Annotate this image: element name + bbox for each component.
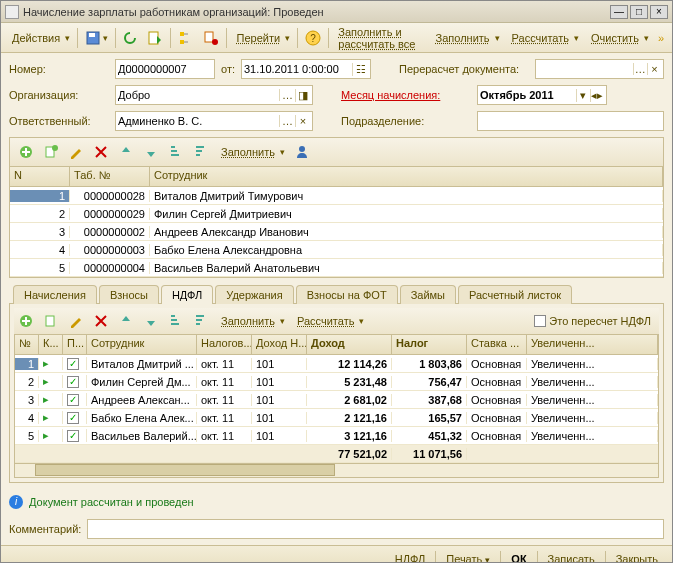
table-row[interactable]: 4 ▸ ✓ Бабко Елена Алек... окт. 11 101 2 … <box>15 409 658 427</box>
table-row[interactable]: 20000000029Филин Сергей Дмитриевич <box>10 205 663 223</box>
org-field[interactable]: …◨ <box>115 85 313 105</box>
tab-0[interactable]: Начисления <box>13 285 97 304</box>
tab-2[interactable]: НДФЛ <box>161 285 213 304</box>
ndfl-button[interactable]: НДФЛ <box>389 551 431 564</box>
calendar-icon[interactable]: ☷ <box>352 63 368 76</box>
goto-menu[interactable]: Перейти▾ <box>230 27 295 49</box>
save-icon[interactable]: ▾ <box>81 27 112 49</box>
comment-row: Комментарий: <box>1 515 672 545</box>
comment-label: Комментарий: <box>9 523 81 535</box>
recalc-field[interactable]: …× <box>535 59 664 79</box>
col-tax[interactable]: Налогов... <box>197 335 252 354</box>
calc-menu[interactable]: Рассчитать▾ <box>290 310 368 332</box>
recalc-checkbox[interactable]: Это пересчет НДФЛ <box>534 315 659 327</box>
date-field[interactable]: ☷ <box>241 59 371 79</box>
table-row[interactable]: 50000000004Васильев Валерий Анатольевич <box>10 259 663 277</box>
select-icon[interactable]: … <box>279 115 294 127</box>
table-row[interactable]: 3 ▸ ✓ Андреев Алексан... окт. 11 101 2 6… <box>15 391 658 409</box>
ok-button[interactable]: ОК <box>505 551 532 564</box>
actions-menu[interactable]: Действия▾ <box>5 27 74 49</box>
help-icon[interactable]: ? <box>301 27 325 49</box>
add-icon[interactable] <box>14 310 38 332</box>
tab-3[interactable]: Удержания <box>215 285 293 304</box>
select-icon[interactable]: … <box>633 63 647 75</box>
month-field[interactable]: ▾◂▸ <box>477 85 607 105</box>
table-row[interactable]: 1 ▸ ✓ Виталов Дмитрий ... окт. 11 101 12… <box>15 355 658 373</box>
clear-icon[interactable]: × <box>295 115 310 127</box>
sort-desc-icon[interactable] <box>189 141 213 163</box>
fill-menu[interactable]: Заполнить▾ <box>214 310 289 332</box>
col-income[interactable]: Доход <box>307 335 392 354</box>
employees-toolbar: Заполнить▾ <box>9 137 664 166</box>
down-icon[interactable] <box>139 310 163 332</box>
status-text: Документ рассчитан и проведен <box>29 496 194 508</box>
col-p[interactable]: П... <box>63 335 87 354</box>
spinner-icon[interactable]: ◂▸ <box>590 89 604 102</box>
col-ntax[interactable]: Налог <box>392 335 467 354</box>
tab-4[interactable]: Взносы на ФОТ <box>296 285 398 304</box>
close-button[interactable]: × <box>650 5 668 19</box>
delete-icon[interactable] <box>89 141 113 163</box>
up-icon[interactable] <box>114 141 138 163</box>
titlebar: Начисление зарплаты работникам организац… <box>1 1 672 23</box>
person-icon[interactable] <box>290 141 314 163</box>
employees-grid[interactable]: N Таб. № Сотрудник 10000000028Виталов Дм… <box>9 166 664 278</box>
col-tab[interactable]: Таб. № <box>70 167 150 186</box>
delete-icon[interactable] <box>89 310 113 332</box>
table-row[interactable]: 10000000028Виталов Дмитрий Тимурович <box>10 187 663 205</box>
table-row[interactable]: 2 ▸ ✓ Филин Сергей Дм... окт. 11 101 5 2… <box>15 373 658 391</box>
tab-5[interactable]: Займы <box>400 285 456 304</box>
fill-calc-all-button[interactable]: Заполнить и рассчитать все <box>331 27 427 49</box>
movement-icon[interactable] <box>199 27 223 49</box>
col-n[interactable]: № <box>15 335 39 354</box>
number-field[interactable] <box>115 59 215 79</box>
open-icon[interactable]: ◨ <box>295 89 310 102</box>
minimize-button[interactable]: — <box>610 5 628 19</box>
close-button[interactable]: Закрыть <box>610 551 664 564</box>
fill-menu[interactable]: Заполнить▾ <box>429 27 504 49</box>
comment-field[interactable] <box>87 519 664 539</box>
clear-icon[interactable]: × <box>647 63 661 75</box>
print-button[interactable]: Печать ▾ <box>440 551 496 564</box>
select-icon[interactable]: … <box>279 89 294 101</box>
calc-menu[interactable]: Рассчитать▾ <box>505 27 583 49</box>
edit-icon[interactable] <box>64 310 88 332</box>
svg-text:?: ? <box>310 33 316 44</box>
col-k[interactable]: К... <box>39 335 63 354</box>
col-n[interactable]: N <box>10 167 70 186</box>
maximize-button[interactable]: □ <box>630 5 648 19</box>
col-emp[interactable]: Сотрудник <box>87 335 197 354</box>
copy-icon[interactable] <box>39 141 63 163</box>
add-icon[interactable] <box>14 141 38 163</box>
dept-field[interactable] <box>477 111 664 131</box>
post-icon[interactable] <box>143 27 167 49</box>
tab-1[interactable]: Взносы <box>99 285 159 304</box>
edit-icon[interactable] <box>64 141 88 163</box>
dropdown-icon[interactable]: ▾ <box>576 89 590 102</box>
table-row[interactable]: 5 ▸ ✓ Васильев Валерий... окт. 11 101 3 … <box>15 427 658 445</box>
col-code[interactable]: Доход Н... <box>252 335 307 354</box>
copy-icon[interactable] <box>39 310 63 332</box>
write-button[interactable]: Записать <box>542 551 601 564</box>
svg-point-11 <box>52 145 58 151</box>
sort-asc-icon[interactable] <box>164 141 188 163</box>
horizontal-scrollbar[interactable] <box>15 463 658 477</box>
resp-field[interactable]: …× <box>115 111 313 131</box>
refresh-icon[interactable] <box>118 27 142 49</box>
col-rate[interactable]: Ставка ... <box>467 335 527 354</box>
clear-menu[interactable]: Очистить▾ <box>584 27 653 49</box>
table-row[interactable]: 30000000002Андреев Александр Иванович <box>10 223 663 241</box>
fill-menu[interactable]: Заполнить▾ <box>214 141 289 163</box>
table-row[interactable]: 40000000003Бабко Елена Александровна <box>10 241 663 259</box>
col-emp[interactable]: Сотрудник <box>150 167 663 186</box>
structure-icon[interactable] <box>174 27 198 49</box>
down-icon[interactable] <box>139 141 163 163</box>
window-title: Начисление зарплаты работникам организац… <box>23 6 610 18</box>
up-icon[interactable] <box>114 310 138 332</box>
more-icon[interactable]: » <box>654 27 668 49</box>
ndfl-grid[interactable]: № К... П... Сотрудник Налогов... Доход Н… <box>14 334 659 478</box>
col-inc[interactable]: Увеличенн... <box>527 335 658 354</box>
tab-6[interactable]: Расчетный листок <box>458 285 572 304</box>
sort-desc-icon[interactable] <box>189 310 213 332</box>
sort-asc-icon[interactable] <box>164 310 188 332</box>
